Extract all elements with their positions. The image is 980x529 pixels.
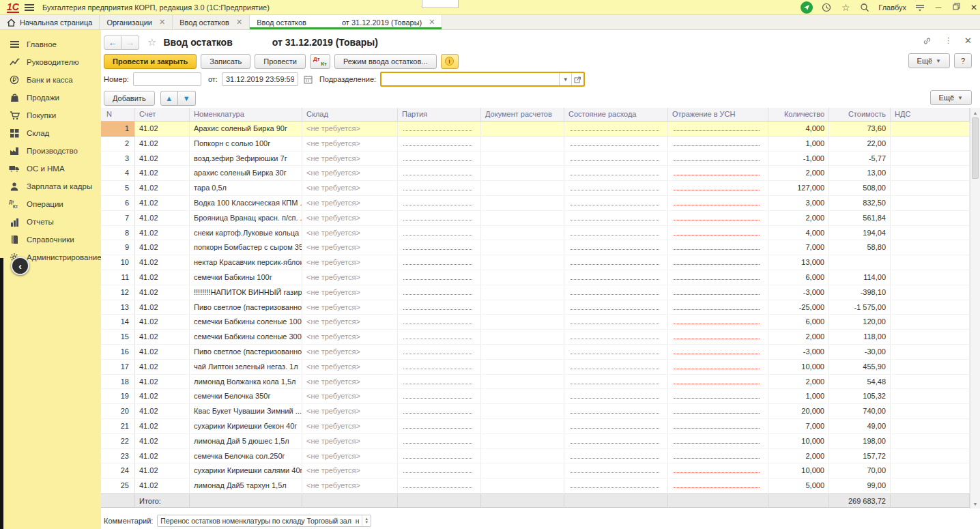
cell-usn[interactable] [668, 121, 768, 137]
cell-row-number[interactable]: 5 [101, 181, 135, 196]
cell-account[interactable]: 41.02 [135, 285, 190, 300]
scrollbar-thumb[interactable] [972, 117, 979, 179]
search-icon[interactable] [859, 2, 870, 13]
cell-item[interactable]: снеки картоф.Луковые кольца ... [190, 226, 302, 241]
cell-quantity[interactable]: 2,000 [768, 166, 829, 181]
cell-vat[interactable] [891, 255, 970, 270]
post-and-close-button[interactable]: Провести и закрыть [104, 54, 197, 69]
tab-close-icon[interactable]: ✕ [429, 18, 435, 27]
table-row[interactable]: 15 41.02 семечки Бабкины соленые 300г <н… [101, 330, 970, 345]
cell-state[interactable] [564, 121, 668, 137]
cell-row-number[interactable]: 9 [101, 240, 135, 255]
cell-batch[interactable] [398, 196, 481, 211]
cell-item[interactable]: семечки Белочка 350г [190, 389, 302, 404]
cell-account[interactable]: 41.02 [135, 196, 190, 211]
cell-warehouse[interactable]: <не требуется> [302, 463, 398, 478]
cell-usn[interactable] [668, 449, 768, 464]
cell-warehouse[interactable]: <не требуется> [302, 270, 398, 285]
table-row[interactable]: 5 41.02 тара 0,5л <не требуется> 127,000… [101, 181, 970, 196]
cell-row-number[interactable]: 8 [101, 226, 135, 241]
cell-batch[interactable] [398, 315, 481, 330]
table-row[interactable]: 18 41.02 лимонад Волжанка кола 1,5л <не … [101, 375, 970, 390]
cell-quantity[interactable]: 10,000 [768, 360, 829, 375]
table-row[interactable]: 17 41.02 чай Липтон зеленый негаз. 1л <н… [101, 360, 970, 375]
cell-warehouse[interactable]: <не требуется> [302, 449, 398, 464]
cell-usn[interactable] [668, 315, 768, 330]
cell-cost[interactable]: -398,10 [829, 285, 891, 300]
cell-warehouse[interactable]: <не требуется> [302, 360, 398, 375]
cell-item[interactable]: арахис соленый Бирка 30г [190, 166, 302, 181]
col-header-batch[interactable]: Партия [398, 108, 481, 121]
cell-usn[interactable] [668, 255, 768, 270]
cell-row-number[interactable]: 16 [101, 345, 135, 360]
table-row[interactable]: 11 41.02 семечки Бабкины 100г <не требуе… [101, 270, 970, 285]
cell-warehouse[interactable]: <не требуется> [302, 345, 398, 360]
table-row[interactable]: 6 41.02 Водка 100 Классическая КПМ ... <… [101, 196, 970, 211]
table-row[interactable]: 1 41.02 Арахис соленый Бирка 90г <не тре… [101, 121, 970, 137]
cell-vat[interactable] [891, 285, 970, 300]
cell-warehouse[interactable]: <не требуется> [302, 389, 398, 404]
cell-document[interactable] [481, 166, 564, 181]
cell-state[interactable] [564, 255, 668, 270]
cell-account[interactable]: 41.02 [135, 449, 190, 464]
cell-state[interactable] [564, 285, 668, 300]
cell-row-number[interactable]: 11 [101, 270, 135, 285]
cell-vat[interactable] [891, 389, 970, 404]
cell-account[interactable]: 41.02 [135, 345, 190, 360]
cell-batch[interactable] [398, 434, 481, 449]
cell-item[interactable]: лимонад Дай5 тархун 1,5л [190, 478, 302, 494]
cell-account[interactable]: 41.02 [135, 137, 190, 152]
cell-document[interactable] [481, 345, 564, 360]
sidebar-item-chart[interactable]: Руководителю [0, 53, 101, 71]
cell-cost[interactable]: 508,00 [829, 181, 891, 196]
cell-cost[interactable]: 73,60 [829, 121, 891, 137]
cell-row-number[interactable]: 6 [101, 196, 135, 211]
cell-row-number[interactable]: 23 [101, 449, 135, 464]
cell-warehouse[interactable]: <не требуется> [302, 419, 398, 434]
sidebar-item-bars[interactable]: Отчеты [0, 213, 101, 231]
back-button[interactable]: ← [104, 35, 121, 50]
cell-row-number[interactable]: 3 [101, 152, 135, 167]
cell-account[interactable]: 41.02 [135, 330, 190, 345]
close-form-icon[interactable]: ✕ [964, 35, 972, 46]
help-button[interactable]: ? [954, 53, 972, 68]
cell-usn[interactable] [668, 404, 768, 419]
cell-state[interactable] [564, 345, 668, 360]
cell-document[interactable] [481, 360, 564, 375]
cell-usn[interactable] [668, 300, 768, 315]
cell-vat[interactable] [891, 211, 970, 226]
cell-batch[interactable] [398, 300, 481, 315]
cell-vat[interactable] [891, 463, 970, 478]
cell-item[interactable]: возд.зефир Зефирюшки 7г [190, 152, 302, 167]
cell-usn[interactable] [668, 419, 768, 434]
cell-account[interactable]: 41.02 [135, 300, 190, 315]
cell-document[interactable] [481, 270, 564, 285]
table-row[interactable]: 4 41.02 арахис соленый Бирка 30г <не тре… [101, 166, 970, 181]
cell-vat[interactable] [891, 166, 970, 181]
cell-warehouse[interactable]: <не требуется> [302, 330, 398, 345]
main-menu-icon[interactable] [25, 4, 34, 11]
cell-account[interactable]: 41.02 [135, 121, 190, 137]
cell-state[interactable] [564, 315, 668, 330]
cell-state[interactable] [564, 389, 668, 404]
cell-vat[interactable] [891, 137, 970, 152]
cell-cost[interactable]: 54,48 [829, 375, 891, 390]
table-row[interactable]: 24 41.02 сухарики Кириешки салями 40г <н… [101, 463, 970, 478]
table-more-button[interactable]: Ещё▼ [930, 90, 972, 105]
tab-close-icon[interactable]: ✕ [236, 18, 242, 27]
sidebar-item-book[interactable]: Справочники [0, 231, 101, 248]
cell-vat[interactable] [891, 330, 970, 345]
cell-quantity[interactable]: 2,000 [768, 211, 829, 226]
cell-row-number[interactable]: 2 [101, 137, 135, 152]
sidebar-item-cart[interactable]: Покупки [0, 106, 101, 124]
tab-close-icon[interactable]: ✕ [159, 18, 165, 27]
col-header-vat[interactable]: НДС [891, 108, 970, 121]
sidebar-item-menu[interactable]: Главное [0, 35, 101, 53]
cell-item[interactable]: попкорн Бомбастер с сыром 35г [190, 240, 302, 255]
cell-item[interactable]: сухарики Кириешки бекон 40г [190, 419, 302, 434]
cell-vat[interactable] [891, 300, 970, 315]
cell-state[interactable] [564, 463, 668, 478]
cell-warehouse[interactable]: <не требуется> [302, 240, 398, 255]
cell-cost[interactable]: 105,32 [829, 389, 891, 404]
cell-state[interactable] [564, 152, 668, 167]
